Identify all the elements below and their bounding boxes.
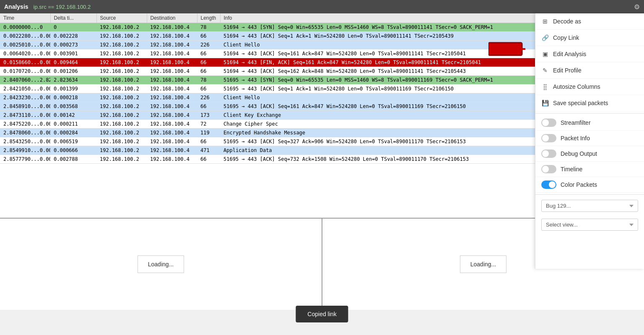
cell-time: 2.8407060...2.823634 <box>0 76 50 85</box>
menu-item-autosize-columns[interactable]: ⣿ Autosize Columns <box>535 79 644 95</box>
cell-delta: 0.000284 <box>50 129 96 137</box>
cell-length: 72 <box>197 120 220 129</box>
cell-delta: 0.003901 <box>50 49 96 58</box>
cell-length: 226 <box>197 41 220 49</box>
settings-icon[interactable]: ⚙ <box>634 3 640 11</box>
cell-time: 2.8549910...0.000666 <box>0 146 50 155</box>
cell-delta: 0.000211 <box>50 120 96 129</box>
cell-delta: 0.00142 <box>50 111 96 120</box>
cell-source: 192.168.100.2 <box>96 23 147 32</box>
divider-1 <box>535 113 644 113</box>
cell-length: 471 <box>197 146 220 155</box>
filter-expression: ip.src == 192.168.100.2 <box>34 4 91 10</box>
col-source: Source <box>96 13 147 23</box>
cell-destination: 192.168.100.4 <box>147 137 197 146</box>
cell-time: 0.0000000...0 <box>0 23 50 32</box>
menu-item-edit-analysis[interactable]: ▣ Edit Analysis <box>535 46 644 62</box>
cell-time: 2.8478060...0.000284 <box>0 129 50 137</box>
cell-delta: 0.002228 <box>50 32 96 41</box>
cell-source: 192.168.100.2 <box>96 137 147 146</box>
toggle-streamfilter[interactable] <box>541 119 556 127</box>
cell-source: 192.168.100.2 <box>96 41 147 49</box>
menu-item-copy-link[interactable]: 🔗 Copy Link <box>535 30 644 46</box>
cell-destination: 192.168.100.4 <box>147 155 197 164</box>
toggle-row-color-packets: Color Packets <box>535 177 644 193</box>
loading-text-right: Loading... <box>470 261 496 268</box>
cell-length: 226 <box>197 93 220 102</box>
menu-item-save-special-packets[interactable]: 💾 Save special packets <box>535 95 644 111</box>
cell-source: 192.168.100.2 <box>96 93 147 102</box>
cell-time: 2.8475220...0.000211 <box>0 120 50 129</box>
cell-time: 0.0158660...0.009464 <box>0 58 50 67</box>
copy-link-icon: 🔗 <box>541 34 549 41</box>
edit-profile-icon: ✎ <box>541 67 549 74</box>
view-dropdown[interactable]: Select view... View 1 View 2 <box>541 219 638 231</box>
cell-delta: 0 <box>50 23 96 32</box>
cell-destination: 192.168.100.4 <box>147 102 197 111</box>
cell-destination: 192.168.100.4 <box>147 129 197 137</box>
toggle-label-debug-output: Debug Output <box>561 150 597 157</box>
cell-source: 192.168.100.2 <box>96 102 147 111</box>
toggle-row-packet-info: Packet Info <box>535 131 644 146</box>
toggle-packet-info[interactable] <box>541 134 556 142</box>
cell-source: 192.168.100.2 <box>96 58 147 67</box>
cell-source: 192.168.100.2 <box>96 111 147 120</box>
cell-length: 119 <box>197 129 220 137</box>
edit-profile-label: Edit Profile <box>553 67 582 74</box>
cell-source: 192.168.100.2 <box>96 85 147 93</box>
toggle-debug-output[interactable] <box>541 149 556 158</box>
cell-destination: 192.168.100.4 <box>147 41 197 49</box>
cell-length: 66 <box>197 102 220 111</box>
cell-time: 2.8473110...0.00142 <box>0 111 50 120</box>
loading-box-right: Loading... <box>460 255 507 273</box>
cell-destination: 192.168.100.4 <box>147 49 197 58</box>
cell-length: 78 <box>197 23 220 32</box>
edit-analysis-icon: ▣ <box>541 50 549 58</box>
col-length: Length <box>197 13 220 23</box>
toggle-timeline[interactable] <box>541 165 556 173</box>
loading-box-left: Loading... <box>138 255 184 273</box>
bug-dropdown[interactable]: Bug 129... Bug 130... Bug 131... <box>541 200 638 212</box>
col-time: Time <box>0 13 50 23</box>
cell-time: 2.8423230...0.000218 <box>0 93 50 102</box>
autosize-columns-label: Autosize Columns <box>553 83 600 90</box>
menu-item-edit-profile[interactable]: ✎ Edit Profile <box>535 62 644 79</box>
cell-delta: 0.003568 <box>50 102 96 111</box>
top-bar: Analysis ip.src == 192.168.100.2 ⚙ <box>0 0 644 13</box>
cell-time: 0.0022280...0.002228 <box>0 32 50 41</box>
cell-length: 66 <box>197 67 220 76</box>
cell-source: 192.168.100.2 <box>96 67 147 76</box>
cell-length: 66 <box>197 155 220 164</box>
col-delta: Delta ti... <box>50 13 96 23</box>
menu-item-decode-as[interactable]: ⊞ Decode as <box>535 13 644 30</box>
cell-time: 2.8421050...0.001399 <box>0 85 50 93</box>
toast-text: Copied link <box>307 311 336 317</box>
cell-length: 66 <box>197 49 220 58</box>
toggle-label-streamfilter: Streamfilter <box>561 119 591 126</box>
cell-destination: 192.168.100.4 <box>147 85 197 93</box>
cell-length: 66 <box>197 58 220 67</box>
toggle-label-color-packets: Color Packets <box>561 181 597 188</box>
app-title: Analysis <box>4 3 29 10</box>
cell-length: 173 <box>197 111 220 120</box>
cell-destination: 192.168.100.4 <box>147 32 197 41</box>
cell-delta: 2.823634 <box>50 76 96 85</box>
save-special-packets-icon: 💾 <box>541 99 549 107</box>
toggle-color-packets[interactable] <box>541 180 556 189</box>
toast-notification: Copied link <box>296 306 348 322</box>
cell-source: 192.168.100.2 <box>96 120 147 129</box>
decode-as-icon: ⊞ <box>541 18 549 25</box>
toggle-row-debug-output: Debug Output <box>535 146 644 162</box>
cell-delta: 0.001206 <box>50 67 96 76</box>
cell-time: 0.0025010...0.000273 <box>0 41 50 49</box>
cell-length: 66 <box>197 32 220 41</box>
cell-source: 192.168.100.2 <box>96 129 147 137</box>
cell-destination: 192.168.100.4 <box>147 67 197 76</box>
cell-source: 192.168.100.2 <box>96 32 147 41</box>
cell-destination: 192.168.100.4 <box>147 93 197 102</box>
divider-2 <box>535 194 644 195</box>
cell-time: 2.8458910...0.003568 <box>0 102 50 111</box>
decode-as-label: Decode as <box>553 18 581 25</box>
context-panel: ⊞ Decode as 🔗 Copy Link ▣ Edit Analysis … <box>535 13 644 269</box>
cell-length: 66 <box>197 85 220 93</box>
